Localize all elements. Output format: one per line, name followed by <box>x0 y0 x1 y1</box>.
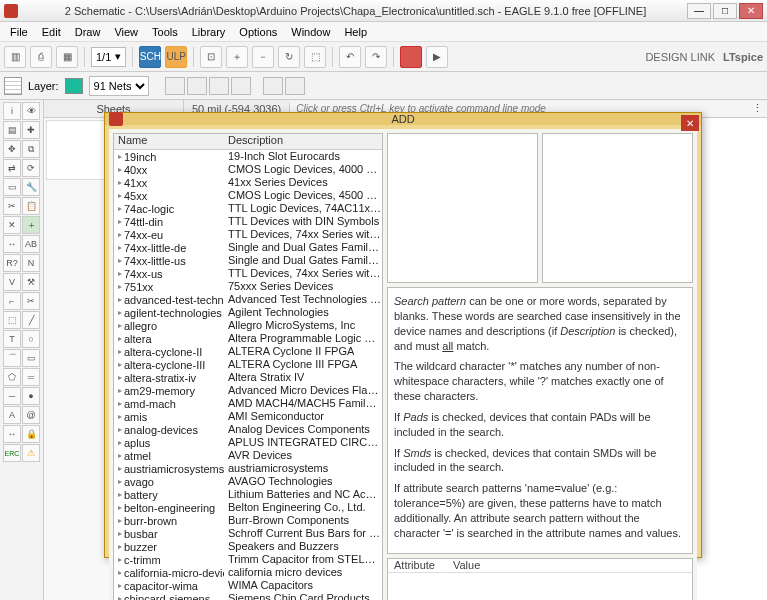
tool-change-icon[interactable]: 🔧 <box>22 178 40 196</box>
tool-junction-icon[interactable]: ● <box>22 387 40 405</box>
library-row[interactable]: ▸19inch19-Inch Slot Eurocards <box>114 150 382 163</box>
tool-replace-icon[interactable]: R? <box>3 254 21 272</box>
tool-info-icon[interactable]: i <box>3 102 21 120</box>
menu-options[interactable]: Options <box>233 24 283 40</box>
tool-lock-icon[interactable]: 🔒 <box>22 425 40 443</box>
tool-gateswap-icon[interactable]: AB <box>22 235 40 253</box>
tool-label-icon[interactable]: A <box>3 406 21 424</box>
library-row[interactable]: ▸amd-machAMD MACH4/MACH5 Family (Vantis) <box>114 397 382 410</box>
cam-icon[interactable]: ▦ <box>56 46 78 68</box>
library-row[interactable]: ▸amisAMI Semiconductor <box>114 410 382 423</box>
zoom-select-icon[interactable]: ⬚ <box>304 46 326 68</box>
tool-copy-icon[interactable]: ⧉ <box>22 140 40 158</box>
minimize-button[interactable]: — <box>687 3 711 19</box>
tool-text-icon[interactable]: T <box>3 330 21 348</box>
tool-dimension-icon[interactable]: ↔ <box>3 425 21 443</box>
tool-net-icon[interactable]: ─ <box>3 387 21 405</box>
tool-cut-icon[interactable]: ✂ <box>3 197 21 215</box>
library-row[interactable]: ▸advanced-test-technologiesAdvanced Test… <box>114 293 382 306</box>
menu-library[interactable]: Library <box>186 24 232 40</box>
library-row[interactable]: ▸74xx-little-usSingle and Dual Gates Fam… <box>114 254 382 267</box>
library-row[interactable]: ▸allegroAllegro MicroSystems, Inc <box>114 319 382 332</box>
tool-mark-icon[interactable]: ✚ <box>22 121 40 139</box>
library-row[interactable]: ▸analog-devicesAnalog Devices Components <box>114 423 382 436</box>
library-row[interactable]: ▸austriamicrosystemsaustriamicrosystems <box>114 462 382 475</box>
view-mode-4[interactable] <box>231 77 251 95</box>
menu-window[interactable]: Window <box>285 24 336 40</box>
ulp-icon[interactable]: ULP <box>165 46 187 68</box>
tool-smash-icon[interactable]: ⚒ <box>22 273 40 291</box>
library-row[interactable]: ▸74xx-euTTL Devices, 74xx Series with Eu… <box>114 228 382 241</box>
menu-view[interactable]: View <box>108 24 144 40</box>
print-icon[interactable]: ⎙ <box>30 46 52 68</box>
open-icon[interactable]: ▥ <box>4 46 26 68</box>
library-row[interactable]: ▸40xxCMOS Logic Devices, 4000 Series <box>114 163 382 176</box>
view-mode-5[interactable] <box>263 77 283 95</box>
library-row[interactable]: ▸c-trimmTrimm Capacitor from STELCO GmbH <box>114 553 382 566</box>
view-mode-6[interactable] <box>285 77 305 95</box>
tool-split-icon[interactable]: ✂ <box>22 292 40 310</box>
grid-icon[interactable] <box>4 77 22 95</box>
tool-rotate-icon[interactable]: ⟳ <box>22 159 40 177</box>
menu-help[interactable]: Help <box>338 24 373 40</box>
column-header-name[interactable]: Name <box>114 134 224 149</box>
library-row[interactable]: ▸atmelAVR Devices <box>114 449 382 462</box>
undo-icon[interactable]: ↶ <box>339 46 361 68</box>
view-mode-2[interactable] <box>187 77 207 95</box>
tool-errors-icon[interactable]: ⚠ <box>22 444 40 462</box>
library-row[interactable]: ▸74ttl-dinTTL Devices with DIN Symbols <box>114 215 382 228</box>
tool-miter-icon[interactable]: ⌐ <box>3 292 21 310</box>
maximize-button[interactable]: □ <box>713 3 737 19</box>
redo-icon[interactable]: ↷ <box>365 46 387 68</box>
dialog-close-button[interactable]: ✕ <box>681 115 699 131</box>
layer-select[interactable]: 91 Nets <box>89 76 149 96</box>
zoom-redraw-icon[interactable]: ↻ <box>278 46 300 68</box>
library-row[interactable]: ▸751xx75xxx Series Devices <box>114 280 382 293</box>
library-row[interactable]: ▸am29-memoryAdvanced Micro Devices Flash… <box>114 384 382 397</box>
library-row[interactable]: ▸74xx-little-deSingle and Dual Gates Fam… <box>114 241 382 254</box>
library-row[interactable]: ▸belton-engineeringBelton Engineering Co… <box>114 501 382 514</box>
library-row[interactable]: ▸burr-brownBurr-Brown Components <box>114 514 382 527</box>
tool-wire-icon[interactable]: ╱ <box>22 311 40 329</box>
tool-rect-icon[interactable]: ▭ <box>22 349 40 367</box>
tool-display-icon[interactable]: ▤ <box>3 121 21 139</box>
zoom-fit-icon[interactable]: ⊡ <box>200 46 222 68</box>
sheets-menu-icon[interactable]: ⋮ <box>752 102 763 115</box>
menu-tools[interactable]: Tools <box>146 24 184 40</box>
tool-bus-icon[interactable]: ═ <box>22 368 40 386</box>
tool-paste-icon[interactable]: 📋 <box>22 197 40 215</box>
library-row[interactable]: ▸capacitor-wimaWIMA Capacitors <box>114 579 382 592</box>
library-row[interactable]: ▸41xx41xx Series Devices <box>114 176 382 189</box>
zoom-out-icon[interactable]: － <box>252 46 274 68</box>
tool-circle-icon[interactable]: ○ <box>22 330 40 348</box>
library-row[interactable]: ▸california-micro-devicescalifornia micr… <box>114 566 382 579</box>
tool-pinswap-icon[interactable]: ↔ <box>3 235 21 253</box>
library-row[interactable]: ▸chipcard-siemensSiemens Chip Card Produ… <box>114 592 382 600</box>
tool-invoke-icon[interactable]: ⬚ <box>3 311 21 329</box>
library-row[interactable]: ▸avagoAVAGO Technologies <box>114 475 382 488</box>
library-row[interactable]: ▸45xxCMOS Logic Devices, 4500 Series <box>114 189 382 202</box>
tool-attribute-icon[interactable]: @ <box>22 406 40 424</box>
tool-group-icon[interactable]: ▭ <box>3 178 21 196</box>
tool-add-icon[interactable]: ＋ <box>22 216 40 234</box>
zoom-in-icon[interactable]: ＋ <box>226 46 248 68</box>
library-list[interactable]: ▸19inch19-Inch Slot Eurocards▸40xxCMOS L… <box>114 150 382 600</box>
tool-arc-icon[interactable]: ⌒ <box>3 349 21 367</box>
tool-erc-icon[interactable]: ERC <box>3 444 21 462</box>
library-row[interactable]: ▸agilent-technologiesAgilent Technologie… <box>114 306 382 319</box>
library-row[interactable]: ▸altera-stratix-ivAltera Stratix IV <box>114 371 382 384</box>
window-close-button[interactable]: ✕ <box>739 3 763 19</box>
library-row[interactable]: ▸altera-cyclone-IIIALTERA Cyclone III FP… <box>114 358 382 371</box>
tool-move-icon[interactable]: ✥ <box>3 140 21 158</box>
tool-delete-icon[interactable]: ✕ <box>3 216 21 234</box>
library-row[interactable]: ▸busbarSchroff Current Bus Bars for 19-I… <box>114 527 382 540</box>
tool-show-icon[interactable]: 👁 <box>22 102 40 120</box>
layer-color-swatch[interactable] <box>65 78 83 94</box>
view-mode-3[interactable] <box>209 77 229 95</box>
tool-mirror-icon[interactable]: ⇄ <box>3 159 21 177</box>
tool-polygon-icon[interactable]: ⬠ <box>3 368 21 386</box>
library-row[interactable]: ▸batteryLithium Batteries and NC Accus <box>114 488 382 501</box>
menu-file[interactable]: File <box>4 24 34 40</box>
library-row[interactable]: ▸74xx-usTTL Devices, 74xx Series with US… <box>114 267 382 280</box>
library-row[interactable]: ▸buzzerSpeakers and Buzzers <box>114 540 382 553</box>
